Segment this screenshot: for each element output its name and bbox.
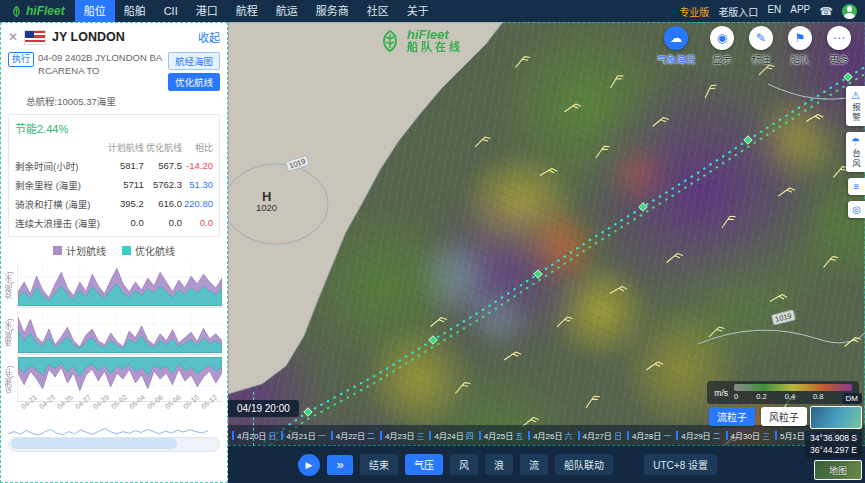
报警-icon: ⚠ [851, 90, 860, 101]
nav-item-港口[interactable]: 港口 [187, 0, 227, 22]
显示-icon: ◉ [710, 26, 734, 50]
top-navbar: hiFleet 船位船舶CII港口航程航运服务商社区关于 专业版老版入口ENAP… [0, 0, 865, 22]
nav-right-老版入口[interactable]: 老版入口 [718, 4, 758, 19]
geo-widgets: DM 34°36.908 S 36°44.297 E 地图 [805, 393, 862, 480]
nav-right-专业版[interactable]: 专业版 [679, 4, 709, 19]
nav-item-服务商[interactable]: 服务商 [307, 0, 358, 22]
timeline-date[interactable]: 4月30日三 [726, 430, 770, 441]
chart-风速(节): 风速(节) [4, 356, 222, 402]
phone-icon[interactable]: ☎ [819, 5, 833, 18]
cursor-coordinates: 34°36.908 S 36°44.297 E [805, 431, 862, 458]
nav-right-APP[interactable]: APP [790, 4, 810, 19]
side-tab-台风[interactable]: ☂台风 [846, 132, 865, 172]
brand-text: hiFleet [26, 4, 65, 18]
watermark-leaf-icon [378, 29, 402, 53]
scale-unit: m/s [714, 388, 728, 398]
timezone-settings-button[interactable]: UTC+8 设置 [644, 454, 717, 475]
timeline-date[interactable]: 4月24日四 [429, 430, 473, 441]
ctrl-button-船队联动[interactable]: 船队联动 [555, 454, 613, 475]
energy-saving-label: 节能2.44% [15, 120, 213, 136]
weather-map[interactable]: H 1020 1019 1019 hiFleet 船队在线 ☁气象海况◉显示✎标… [228, 22, 865, 483]
table-row: 连续大浪撞击 (海里)0.00.00.0 [15, 213, 213, 232]
ctrl-button-风[interactable]: 风 [450, 454, 478, 475]
side-tabs: ⚠报警☂台风≡◎ [846, 86, 865, 218]
condition-charts: 浪高(米)涌高(米)风速(节) [0, 260, 228, 403]
nav-item-船位[interactable]: 船位 [75, 0, 115, 22]
ctrl-button-结束[interactable]: 结束 [360, 454, 398, 475]
nav-item-船舶[interactable]: 船舶 [115, 0, 155, 22]
timeline-date[interactable]: 4月26日六 [528, 430, 572, 441]
voyage-panel: ✕ JY LONDON 收起 执行 04-09 2402B JYLONDON B… [0, 22, 228, 483]
map-tool-显示[interactable]: ◉显示 [710, 26, 734, 66]
fast-forward-button[interactable]: » [327, 455, 353, 475]
nav-right-EN[interactable]: EN [767, 4, 781, 19]
chart-range-slider[interactable] [8, 427, 220, 453]
table-row: 剩余里程 (海里)57115762.351.30 [15, 175, 213, 194]
dm-badge: DM [842, 393, 862, 404]
isobar-curve [698, 330, 865, 344]
playback-controls: ▶ » 结束气压风浪流船队联动 UTC+8 设置 [228, 445, 865, 483]
map-tool-更多[interactable]: ⋯更多 [827, 26, 851, 66]
table-row: 剩余时间(小时)581.7567.5-14.20 [15, 156, 213, 175]
timeline-date[interactable]: 4月21日一 [281, 430, 325, 441]
particle-button-流粒子[interactable]: 流粒子 [709, 407, 755, 426]
satellite-thumbnail[interactable] [810, 406, 862, 429]
play-button[interactable]: ▶ [298, 454, 320, 476]
table-header: 相比 [182, 139, 213, 156]
nav-item-航程[interactable]: 航程 [227, 0, 267, 22]
船队-icon: ⚑ [788, 26, 812, 50]
chart-涌高(米): 涌高(米) [4, 309, 222, 355]
ctrl-button-气压[interactable]: 气压 [405, 454, 443, 475]
table-header: 计划航线 [105, 139, 143, 156]
timeline-date[interactable]: 4月25日五 [479, 430, 523, 441]
total-distance: 总航程:10005.37海里 [0, 93, 228, 112]
nav-item-社区[interactable]: 社区 [358, 0, 398, 22]
nav-item-航运[interactable]: 航运 [267, 0, 307, 22]
nav-item-关于[interactable]: 关于 [398, 0, 438, 22]
map-tool-气象海况[interactable]: ☁气象海况 [657, 26, 695, 66]
brand-logo[interactable]: hiFleet [0, 4, 75, 18]
timeline-date[interactable]: 4月22日二 [331, 430, 375, 441]
chart-x-axis: 04-2104-2304-2504-2704-2905-0205-0405-06… [0, 403, 228, 425]
chart-ylabel: 风速(节) [4, 356, 17, 402]
timeline-date[interactable]: 4月29日二 [676, 430, 720, 441]
更多-icon: ⋯ [827, 26, 851, 50]
timeline-date[interactable]: 4月27日日 [578, 430, 622, 441]
timeline-date[interactable]: 4月23日三 [380, 430, 424, 441]
date-timeline[interactable]: 4月20日日4月21日一4月22日二4月23日三4月24日四4月25日五4月26… [228, 425, 865, 446]
气象海况-icon: ☁ [664, 26, 688, 50]
ctrl-button-浪[interactable]: 浪 [485, 454, 513, 475]
optimize-route-button[interactable]: 优化航线 [168, 73, 220, 91]
slider-track[interactable] [8, 437, 220, 452]
scale-tick: 0.4 [785, 392, 795, 401]
chart-浪高(米): 浪高(米) [4, 262, 222, 308]
nav-right: 专业版老版入口ENAPP ☎ [679, 4, 865, 19]
particle-button-风粒子[interactable]: 风粒子 [761, 407, 807, 426]
map-tool-船队[interactable]: ⚑船队 [788, 26, 812, 66]
nautical-chart-button[interactable]: 航经海图 [168, 52, 220, 70]
chart-ylabel: 浪高(米) [4, 262, 17, 308]
timeline-date[interactable]: 4月20日日 [232, 430, 276, 441]
nav-item-CII[interactable]: CII [155, 0, 187, 22]
table-header: 优化航线 [144, 139, 182, 156]
标注-icon: ✎ [749, 26, 773, 50]
map-tool-标注[interactable]: ✎标注 [749, 26, 773, 66]
comparison-table: 计划航线优化航线相比剩余时间(小时)581.7567.5-14.20剩余里程 (… [15, 139, 213, 232]
basemap-toggle-button[interactable]: 地图 [814, 460, 862, 480]
ctrl-button-流[interactable]: 流 [520, 454, 548, 475]
close-icon[interactable]: ✕ [8, 30, 18, 44]
pressure-high-label: H 1020 [256, 190, 277, 213]
collapse-button[interactable]: 收起 [198, 29, 220, 45]
side-icon-button-0[interactable]: ≡ [848, 178, 865, 195]
side-icon-button-1[interactable]: ◎ [848, 201, 865, 218]
legend-item: 优化航线 [122, 243, 175, 258]
timeline-date[interactable]: 4月28日一 [627, 430, 671, 441]
leaf-logo-icon [10, 5, 23, 18]
slider-selection[interactable] [11, 438, 177, 449]
side-tab-报警[interactable]: ⚠报警 [846, 86, 865, 126]
台风-icon: ☂ [851, 136, 860, 147]
legend-item: 计划航线 [53, 243, 106, 258]
user-avatar[interactable] [842, 4, 857, 19]
ship-flag-icon [24, 30, 46, 45]
ship-name: JY LONDON [52, 30, 192, 44]
